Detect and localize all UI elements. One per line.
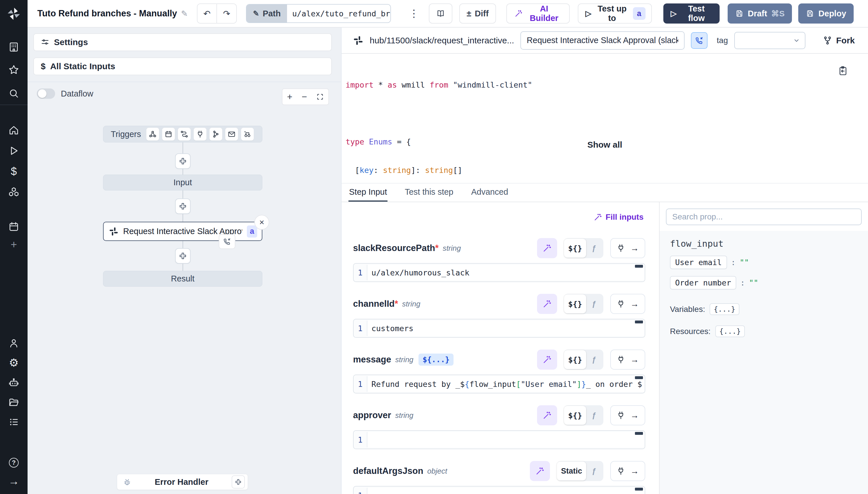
value-editor[interactable]: 1 customers xyxy=(353,319,645,338)
resources-cubes-icon[interactable] xyxy=(7,186,20,199)
plug-icon[interactable] xyxy=(616,355,625,364)
workers-robot-icon[interactable] xyxy=(7,376,20,390)
add-step-button[interactable] xyxy=(175,153,191,169)
search-prop-input[interactable] xyxy=(666,209,862,225)
flow-input-prop[interactable]: User email : "" xyxy=(670,255,862,269)
tag-select[interactable] xyxy=(734,32,805,49)
add-plus-icon[interactable]: + xyxy=(7,238,20,251)
prop-key-pill[interactable]: Order number xyxy=(670,276,736,289)
all-static-inputs-button[interactable]: $All Static Inputs xyxy=(33,57,332,75)
user-icon[interactable] xyxy=(7,337,20,350)
redo-button[interactable]: ↷ xyxy=(217,4,236,23)
flow-input-prop[interactable]: Order number : "" xyxy=(670,276,862,289)
search-icon[interactable] xyxy=(7,87,20,100)
function-mode-button[interactable]: ƒ xyxy=(586,467,601,476)
edit-title-pencil-icon[interactable]: ✎ xyxy=(181,9,188,18)
function-mode-button[interactable]: ƒ xyxy=(586,355,601,364)
undo-button[interactable]: ↶ xyxy=(197,4,217,23)
windmill-logo-icon[interactable] xyxy=(6,6,21,21)
more-menu-kebab-icon[interactable]: ⋮ xyxy=(407,8,421,19)
http-route-trigger-icon[interactable] xyxy=(178,128,191,141)
expand-arrow-icon[interactable]: → xyxy=(7,474,20,488)
variables-object-pill[interactable]: {...} xyxy=(710,303,739,315)
docs-book-button[interactable] xyxy=(429,3,452,23)
flow-canvas[interactable]: Settings $All Static Inputs Dataflow + −… xyxy=(27,27,341,494)
deploy-button[interactable]: Deploy xyxy=(798,3,854,23)
zoom-in-button[interactable]: + xyxy=(287,92,293,101)
add-error-handler-button[interactable] xyxy=(232,475,245,489)
slack-approval-step-node[interactable]: Request Interactive Slack Approval (... … xyxy=(103,222,262,241)
error-handler-node[interactable]: Error Handler xyxy=(117,474,248,490)
ai-fill-wand-button[interactable] xyxy=(530,461,550,481)
websocket-plug-trigger-icon[interactable] xyxy=(194,128,207,141)
arrow-right-icon[interactable]: → xyxy=(630,355,639,364)
dataflow-toggle[interactable] xyxy=(37,89,55,99)
test-flow-button[interactable]: ▷Test flow xyxy=(663,3,719,23)
prop-key-pill[interactable]: User email xyxy=(670,255,727,269)
hub-script-path[interactable]: hub/11500/slack/request_interactive... xyxy=(370,36,514,45)
test-up-to-button[interactable]: ▷Test up toa xyxy=(578,3,652,23)
ai-fill-wand-button[interactable] xyxy=(537,349,557,369)
arrow-right-icon[interactable]: → xyxy=(630,244,639,252)
zoom-out-button[interactable]: − xyxy=(302,92,307,101)
code-preview[interactable]: import * as wmill from "windmill-client"… xyxy=(341,54,868,183)
remove-step-button[interactable]: × xyxy=(254,215,269,230)
schedule-trigger-icon[interactable] xyxy=(162,128,175,141)
show-all-button[interactable]: Show all xyxy=(341,140,868,150)
input-node[interactable]: Input xyxy=(103,175,262,190)
draft-button[interactable]: Draft⌘S xyxy=(728,3,792,23)
diff-button[interactable]: ±Diff xyxy=(459,3,496,23)
expr-mode-button[interactable]: ${} xyxy=(564,294,586,314)
settings-gear-icon[interactable]: ⚙ xyxy=(7,356,20,369)
flow-settings-button[interactable]: Settings xyxy=(33,33,332,51)
tab-step-input[interactable]: Step Input xyxy=(349,184,388,202)
function-mode-button[interactable]: ƒ xyxy=(586,300,601,308)
copy-code-button[interactable] xyxy=(836,65,850,77)
favorites-star-icon[interactable] xyxy=(7,63,20,76)
ai-builder-button[interactable]: AI Builder xyxy=(506,3,570,23)
runs-play-icon[interactable] xyxy=(7,144,20,157)
poll-trigger-icon[interactable] xyxy=(241,128,254,141)
plug-icon[interactable] xyxy=(616,467,625,475)
plug-icon[interactable] xyxy=(616,244,625,252)
ai-fill-wand-button[interactable] xyxy=(537,294,557,314)
email-trigger-icon[interactable] xyxy=(225,128,238,141)
schedules-calendar-icon[interactable] xyxy=(7,220,20,233)
expr-mode-button[interactable]: ${} xyxy=(564,350,586,369)
workspace-icon[interactable] xyxy=(7,40,20,53)
value-editor[interactable]: 1 Refund request by _${flow_input["User … xyxy=(353,375,645,394)
plug-icon[interactable] xyxy=(616,300,625,308)
arrow-right-icon[interactable]: → xyxy=(630,411,639,420)
variables-dollar-icon[interactable]: $ xyxy=(7,165,20,178)
fork-button[interactable]: Fork xyxy=(821,35,856,46)
expr-mode-button[interactable]: ${} xyxy=(564,239,586,258)
value-editor[interactable]: 1 xyxy=(353,486,645,494)
fit-view-icon[interactable] xyxy=(316,93,324,100)
plug-icon[interactable] xyxy=(616,411,625,420)
step-summary-input[interactable] xyxy=(520,31,685,50)
path-chip[interactable]: ✎Path xyxy=(246,5,287,22)
function-mode-button[interactable]: ƒ xyxy=(586,244,601,253)
arrow-right-icon[interactable]: → xyxy=(630,300,639,308)
kafka-trigger-icon[interactable] xyxy=(209,128,222,141)
arrow-right-icon[interactable]: → xyxy=(630,467,639,475)
suspend-approval-phone-button[interactable] xyxy=(691,32,708,49)
result-node[interactable]: Result xyxy=(103,271,262,287)
tab-test-this-step[interactable]: Test this step xyxy=(404,184,454,202)
triggers-node[interactable]: Triggers xyxy=(103,126,262,142)
ai-fill-wand-button[interactable] xyxy=(537,238,557,258)
webhook-trigger-icon[interactable] xyxy=(146,128,159,141)
folders-icon[interactable] xyxy=(7,396,20,409)
add-step-button[interactable] xyxy=(175,198,191,214)
resources-object-pill[interactable]: {...} xyxy=(715,325,745,337)
add-step-button[interactable] xyxy=(175,248,191,264)
flow-input-title[interactable]: flow_input xyxy=(670,239,862,249)
tab-advanced[interactable]: Advanced xyxy=(471,184,509,202)
logs-list-icon[interactable] xyxy=(7,415,20,429)
function-mode-button[interactable]: ƒ xyxy=(586,411,601,420)
static-mode-button[interactable]: Static xyxy=(557,461,586,480)
fill-inputs-button[interactable]: Fill inputs xyxy=(592,212,645,222)
home-icon[interactable] xyxy=(7,124,20,137)
value-editor[interactable]: 1 xyxy=(353,430,645,449)
path-input[interactable] xyxy=(287,5,391,22)
